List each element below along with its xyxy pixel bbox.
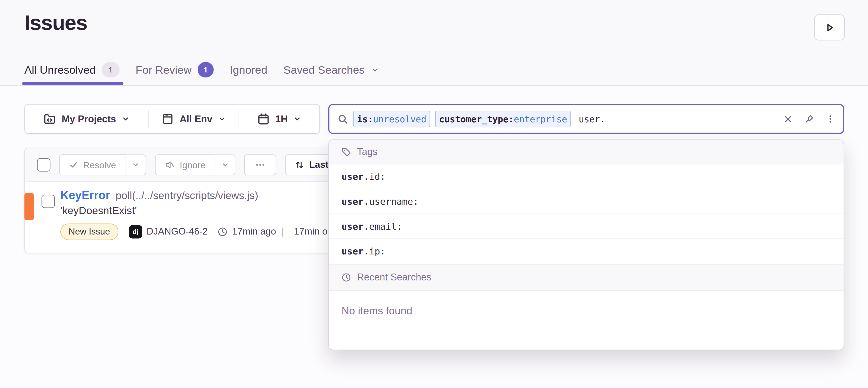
search-token-is-unresolved[interactable]: is:unresolved (353, 110, 430, 127)
tab-label: All Unresolved (24, 63, 96, 76)
ignore-split-button: Ignore (155, 155, 236, 175)
chevron-down-icon (132, 161, 140, 169)
tab-label: Saved Searches (283, 63, 365, 76)
ignore-button[interactable]: Ignore (155, 155, 216, 175)
search-typed-text: user. (579, 114, 606, 124)
issue-culprit: poll(../../sentry/scripts/views.js) (116, 190, 258, 202)
issue-title-link[interactable]: KeyError (60, 189, 110, 202)
tab-count-badge: 1 (102, 62, 119, 77)
tags-section-header: Tags (329, 140, 843, 164)
page-title: Issues (24, 11, 87, 35)
recent-searches-header: Recent Searches (329, 264, 843, 291)
clear-search-button[interactable] (783, 114, 793, 124)
suggestion-match: user (342, 221, 364, 231)
suggestion-user-email[interactable]: user.email: (329, 214, 843, 239)
resolve-button[interactable]: Resolve (59, 155, 126, 175)
suggestion-user-ip[interactable]: user.ip: (329, 239, 843, 264)
suggestion-user-username[interactable]: user.username: (329, 189, 843, 214)
environment-window-icon (162, 113, 174, 125)
new-issue-badge: New Issue (60, 224, 118, 240)
project-filter-label: My Projects (62, 113, 116, 125)
suggestion-rest: .id: (364, 171, 385, 182)
environment-filter-label: All Env (180, 113, 213, 125)
search-autocomplete-dropdown: Tags user.id: user.username: user.email:… (328, 139, 844, 350)
issue-last-seen: 17min ago (232, 226, 276, 237)
issue-checkbox[interactable] (41, 195, 55, 208)
suggestion-match: user (342, 246, 364, 257)
filter-bar: My Projects All Env 1H (24, 104, 320, 134)
replay-button[interactable] (814, 14, 844, 40)
search-options-kebab-icon[interactable] (826, 115, 835, 123)
pin-search-button[interactable] (804, 114, 814, 124)
chevron-down-icon (371, 66, 379, 74)
tab-all-unresolved[interactable]: All Unresolved 1 (24, 62, 119, 77)
tab-saved-searches[interactable]: Saved Searches (283, 63, 379, 76)
resolve-split-button: Resolve (59, 155, 146, 175)
timerange-filter-label: 1H (275, 113, 288, 125)
search-icon (338, 114, 348, 124)
resolve-dropdown-button[interactable] (126, 155, 146, 175)
tab-count-badge: 1 (198, 62, 214, 77)
chevron-down-icon (293, 115, 301, 123)
more-actions-button[interactable] (244, 155, 277, 175)
suggestion-rest: .username: (364, 196, 418, 206)
recent-searches-label: Recent Searches (357, 272, 431, 284)
search-input[interactable]: is:unresolved customer_type:enterprise u… (328, 104, 844, 134)
suggestion-match: user (342, 171, 364, 182)
django-project-icon: dj (129, 225, 142, 238)
active-tab-underline (22, 82, 123, 85)
issue-tabs: All Unresolved 1 For Review 1 Ignored Sa… (24, 62, 379, 77)
token-key: is: (357, 114, 373, 124)
ellipsis-icon (255, 160, 265, 170)
tags-header-label: Tags (357, 146, 377, 158)
select-all-checkbox[interactable] (37, 158, 50, 171)
ignore-label: Ignore (180, 160, 206, 170)
search-token-customer-type[interactable]: customer_type:enterprise (435, 110, 571, 127)
token-value: enterprise (514, 114, 567, 124)
suggestion-rest: .email: (364, 221, 402, 231)
suggestion-match: user (342, 196, 364, 206)
no-items-message: No items found (329, 291, 843, 331)
tab-ignored[interactable]: Ignored (230, 63, 267, 76)
issue-level-indicator (24, 193, 34, 220)
suggestion-rest: .ip: (364, 246, 385, 257)
tab-label: Ignored (230, 63, 267, 76)
ignore-dropdown-button[interactable] (216, 155, 236, 175)
environment-filter-button[interactable]: All Env (149, 104, 239, 133)
project-short-id: DJANGO-46-2 (147, 226, 208, 237)
chevron-down-icon (221, 161, 229, 169)
page-header: Issues All Unresolved 1 For Review 1 Ign… (0, 0, 868, 86)
mute-icon (165, 160, 175, 170)
resolve-label: Resolve (83, 160, 116, 170)
chevron-down-icon (122, 115, 129, 123)
suggestion-user-id[interactable]: user.id: (329, 164, 843, 189)
timerange-filter-button[interactable]: 1H (239, 104, 319, 133)
age-divider: | (282, 226, 284, 237)
tag-icon (342, 147, 351, 157)
clock-icon (342, 273, 351, 282)
calendar-icon (258, 113, 270, 125)
project-filter-button[interactable]: My Projects (25, 104, 149, 133)
play-icon (824, 22, 835, 33)
tab-label: For Review (136, 63, 192, 76)
token-value: unresolved (373, 114, 427, 124)
token-key: customer_type: (439, 114, 514, 124)
issues-page: Issues All Unresolved 1 For Review 1 Ign… (0, 0, 868, 388)
check-icon (69, 160, 78, 169)
tab-for-review[interactable]: For Review 1 (136, 62, 214, 77)
chevron-down-icon (218, 115, 225, 123)
projects-folder-icon (44, 113, 56, 125)
sort-arrows-icon (296, 160, 304, 169)
clock-icon (218, 227, 227, 237)
